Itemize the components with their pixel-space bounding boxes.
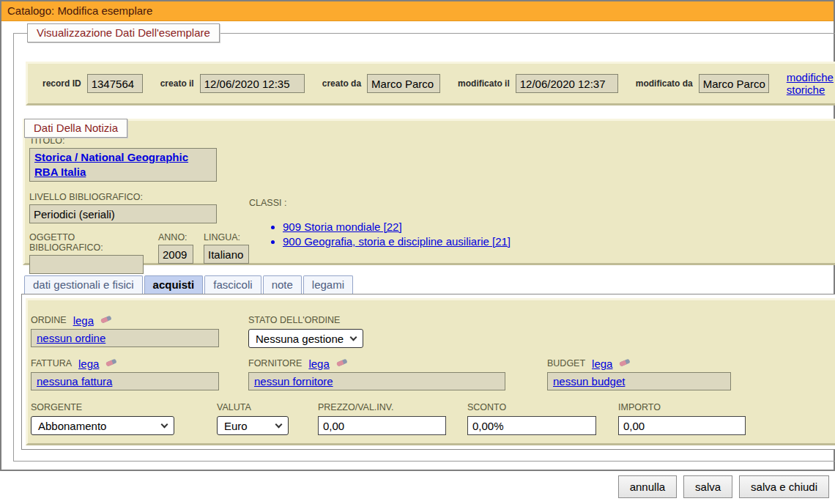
classi-section: CLASSI : 909 Storia mondiale [22] 900 Ge… [249, 196, 511, 263]
stato-ordine-select[interactable]: Nessuna gestione [248, 329, 363, 348]
importo-input[interactable] [618, 416, 746, 435]
fattura-value-link[interactable]: nessuna fattura [37, 375, 112, 388]
created-at-group: creato il 12/06/2020 12:35 [160, 74, 305, 93]
tab-note[interactable]: note [263, 275, 302, 294]
history-link[interactable]: modifiche storiche [787, 71, 834, 96]
record-id-group: record ID 1347564 [42, 74, 143, 93]
modified-at-group: modificato il 12/06/2020 12:37 [458, 74, 618, 93]
created-at-label: creato il [160, 78, 194, 89]
stato-ordine-label: STATO DELL'ORDINE [248, 315, 340, 325]
prezzo-label: PREZZO/VAL.INV. [318, 402, 394, 412]
save-and-close-button[interactable]: salva e chiudi [739, 475, 829, 498]
ordine-lega-link[interactable]: lega [73, 314, 94, 327]
created-by-group: creato da Marco Parco [322, 74, 440, 93]
modified-by-group: modificato da Marco Parco [636, 74, 769, 93]
oggetto-label: OGGETTO BIBLIOGRAFICO: [29, 232, 148, 253]
classe-link[interactable]: 900 Geografia, storia e discipline ausil… [283, 235, 511, 248]
tab-strip: dati gestionali e fisici acquisti fascic… [24, 275, 835, 294]
sconto-group: SCONTO [467, 401, 596, 435]
tab-fascicoli[interactable]: fascicoli [204, 275, 261, 294]
notizia-panel: TITOLO: Storica / National Geographic RB… [23, 119, 835, 265]
titolo-link[interactable]: Storica / National Geographic RBA Italia [34, 151, 188, 178]
budget-label: BUDGET [547, 358, 585, 368]
notizia-section: Dati Della Notizia TITOLO: Storica / Nat… [23, 119, 835, 265]
sconto-label: SCONTO [467, 402, 506, 412]
acquisti-panel: ORDINE lega nessun ordine STATO DELL'ORD… [26, 298, 835, 445]
classe-link[interactable]: 909 Storia mondiale [22] [283, 220, 402, 233]
oggetto-group: OGGETTO BIBLIOGRAFICO: [29, 232, 148, 274]
prezzo-group: PREZZO/VAL.INV. [318, 401, 446, 435]
modified-at-label: modificato il [458, 78, 510, 89]
ordine-group: ORDINE lega nessun ordine [31, 314, 219, 347]
modified-at-value: 12/06/2020 12:37 [516, 74, 618, 93]
lingua-value: Italiano [204, 245, 249, 264]
budget-group: BUDGET lega nessun budget [547, 357, 731, 390]
sorgente-group: SORGENTE Abbonamento [31, 401, 174, 435]
budget-lega-link[interactable]: lega [592, 357, 612, 370]
created-by-value: Marco Parco [367, 74, 440, 93]
titolo-box: Storica / National Geographic RBA Italia [29, 148, 217, 182]
chevron-down-icon [350, 334, 357, 341]
esemplare-legend: Visualizzazione Dati Dell'esemplare [27, 23, 220, 42]
ordine-value-link[interactable]: nessun ordine [37, 332, 105, 344]
sorgente-label: SORGENTE [31, 402, 82, 412]
tab-legami[interactable]: legami [303, 275, 353, 294]
lingua-label: LINGUA: [204, 232, 249, 242]
importo-label: IMPORTO [618, 402, 661, 412]
classi-label: CLASSI : [249, 198, 286, 208]
oggetto-value [29, 255, 144, 274]
fattura-value-box: nessuna fattura [31, 372, 219, 390]
valuta-select[interactable]: Euro [217, 416, 289, 435]
anno-value: 2009 [158, 245, 193, 264]
fornitore-lega-link[interactable]: lega [308, 357, 329, 370]
ordine-value-box: nessun ordine [31, 329, 219, 347]
record-id-value: 1347564 [87, 74, 143, 93]
livello-value: Periodici (seriali) [29, 204, 217, 223]
fornitore-label: FORNITORE [248, 358, 302, 368]
list-item: 909 Storia mondiale [22] [283, 220, 511, 233]
fornitore-value-link[interactable]: nessun fornitore [254, 375, 333, 388]
stato-ordine-group: STATO DELL'ORDINE Nessuna gestione [248, 314, 363, 348]
lingua-group: LINGUA: Italiano [204, 232, 249, 274]
valuta-label: VALUTA [217, 402, 251, 412]
budget-value-box: nessun budget [547, 372, 731, 390]
eraser-icon[interactable] [336, 357, 349, 370]
catalog-window: Catalogo: Modifica esemplare Visualizzaz… [0, 0, 835, 471]
fattura-group: FATTURA lega nessuna fattura [31, 357, 219, 390]
save-button[interactable]: salva [683, 475, 732, 498]
window-title: Catalogo: Modifica esemplare [1, 1, 834, 21]
chevron-down-icon [161, 421, 168, 429]
livello-label: LIVELLO BIBLIOGRAFICO: [29, 192, 249, 202]
notizia-left-column: TITOLO: Storica / National Geographic RB… [29, 136, 249, 263]
ordine-label: ORDINE [31, 315, 67, 325]
budget-value-link[interactable]: nessun budget [553, 375, 625, 388]
fattura-lega-link[interactable]: lega [78, 357, 99, 370]
chevron-down-icon [275, 421, 283, 429]
sconto-input[interactable] [467, 416, 596, 435]
notizia-legend: Dati Della Notizia [24, 119, 127, 138]
cancel-button[interactable]: annulla [618, 475, 677, 498]
eraser-icon[interactable] [100, 314, 113, 327]
eraser-icon[interactable] [619, 357, 631, 370]
prezzo-input[interactable] [318, 416, 446, 435]
tab-dati-gestionali[interactable]: dati gestionali e fisici [24, 275, 143, 294]
sorgente-select[interactable]: Abbonamento [31, 416, 174, 435]
tab-acquisti[interactable]: acquisti [144, 275, 204, 294]
valuta-group: VALUTA Euro [217, 401, 289, 435]
modified-by-label: modificato da [636, 78, 693, 89]
created-by-label: creato da [322, 78, 361, 89]
tab-content-border: ORDINE lega nessun ordine STATO DELL'ORD… [21, 294, 835, 450]
classi-list: 909 Storia mondiale [22] 900 Geografia, … [283, 220, 511, 248]
fornitore-group: FORNITORE lega nessun fornitore [248, 357, 505, 390]
record-id-label: record ID [42, 78, 81, 89]
fornitore-value-box: nessun fornitore [248, 372, 505, 390]
created-at-value: 12/06/2020 12:35 [200, 74, 305, 93]
anno-label: ANNO: [158, 232, 193, 242]
importo-group: IMPORTO [618, 401, 746, 435]
eraser-icon[interactable] [105, 357, 118, 370]
modified-by-value: Marco Parco [699, 74, 769, 93]
record-info-bar: record ID 1347564 creato il 12/06/2020 1… [26, 62, 835, 105]
anno-group: ANNO: 2009 [158, 232, 193, 274]
fattura-label: FATTURA [31, 358, 72, 368]
action-button-bar: annulla salva salva e chiudi [0, 475, 835, 498]
